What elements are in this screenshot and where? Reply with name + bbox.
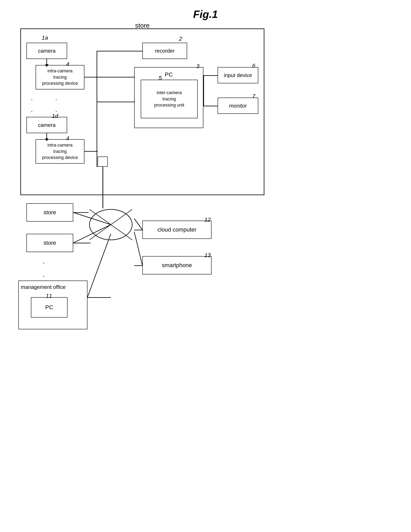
cloud-computer-box: cloud computer (142, 220, 211, 239)
camera-d-box: camera (27, 117, 67, 133)
line-pc-vertical-right (203, 75, 204, 106)
line-trunk-pc2 (96, 102, 135, 102)
line-intra1-trunk (84, 77, 96, 77)
pc-office-box: PC (31, 297, 67, 318)
line-trunk-pc (96, 77, 135, 77)
line-cloud-cc (134, 230, 143, 230)
network-cloud (87, 207, 134, 242)
ref-1a: 1a (42, 35, 48, 41)
ref-6: 6 (252, 63, 255, 69)
pc-label: PC (165, 71, 173, 78)
monitor-box: monitor (218, 98, 258, 114)
ref-13: 13 (204, 252, 211, 259)
pc-box: PC inter-camera tracing processing unit (134, 67, 203, 128)
line-cloud-smartphone (134, 265, 143, 266)
store-label: store (135, 22, 150, 29)
mgmt-label: management office (21, 283, 66, 291)
line-vertical-trunk (96, 51, 97, 167)
ref-5: 5 (159, 75, 162, 81)
camera-a-box: camera (27, 43, 67, 59)
svg-line-6 (134, 218, 142, 230)
arrow-cam1d-intra2 (45, 138, 48, 141)
store-box-2: store (27, 234, 73, 252)
ref-11: 11 (46, 293, 52, 299)
line-store1-cloud (73, 212, 88, 213)
smartphone-box: smartphone (142, 256, 211, 275)
arrow-cam1a-intra1 (45, 64, 48, 67)
svg-line-7 (134, 232, 142, 265)
line-mgmt-cloud-h (87, 297, 111, 298)
recorder-box: recorder (142, 43, 187, 59)
ref-4a: 4 (66, 61, 69, 67)
line-intra2-trunk (84, 151, 98, 152)
ref-3: 3 (196, 63, 200, 69)
ref-12: 12 (204, 217, 211, 223)
ref-1d: 1d (52, 113, 58, 119)
intra-tracing-1-box: intra-camera tracing processing device (36, 65, 84, 89)
input-device-box: input device (218, 67, 258, 83)
ref-4b: 4 (66, 135, 69, 142)
junction-box (98, 157, 108, 167)
page-title: Fig.1 (193, 8, 218, 20)
ref-7: 7 (252, 93, 255, 100)
intra-tracing-2-box: intra-camera tracing processing device (36, 139, 84, 164)
line-pc-monitor (203, 106, 218, 106)
line-store-cloud-v (103, 167, 103, 208)
svg-line-5 (87, 234, 111, 297)
line-pc-input (203, 75, 218, 76)
store-box-1: store (27, 203, 73, 222)
line-trunk-recorder (96, 51, 143, 51)
inter-tracing-box: inter-camera tracing processing unit (141, 80, 198, 118)
line-store2-cloud (73, 243, 90, 243)
ref-2: 2 (179, 36, 182, 42)
management-office-box: management office PC (18, 281, 87, 329)
